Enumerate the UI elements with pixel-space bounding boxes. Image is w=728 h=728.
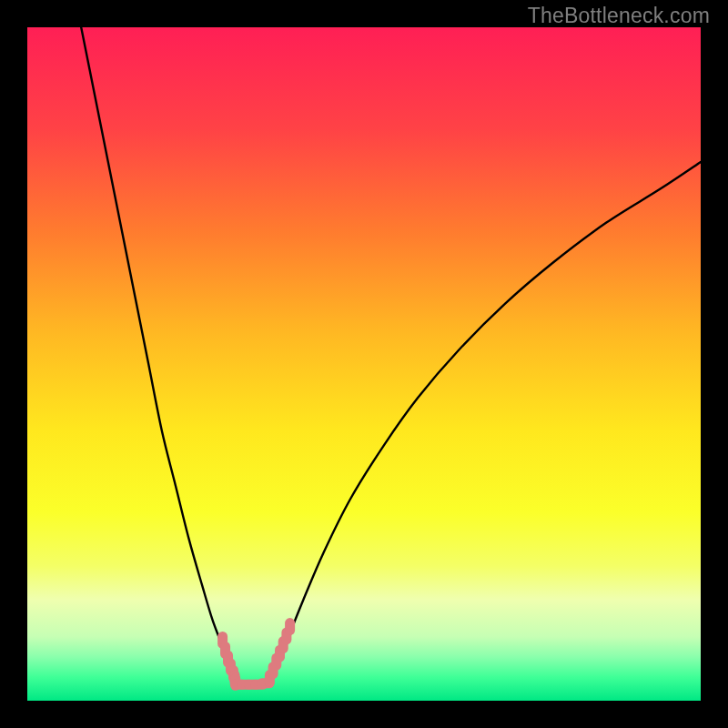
watermark-text: TheBottleneck.com	[528, 4, 710, 28]
chart-frame: TheBottleneck.com	[0, 0, 728, 728]
right-branch-line	[269, 162, 701, 681]
left-branch-line	[81, 27, 235, 681]
marker-point	[285, 618, 295, 635]
chart-curves	[27, 27, 701, 701]
marker-cluster	[217, 618, 295, 691]
plot-area	[27, 27, 701, 701]
